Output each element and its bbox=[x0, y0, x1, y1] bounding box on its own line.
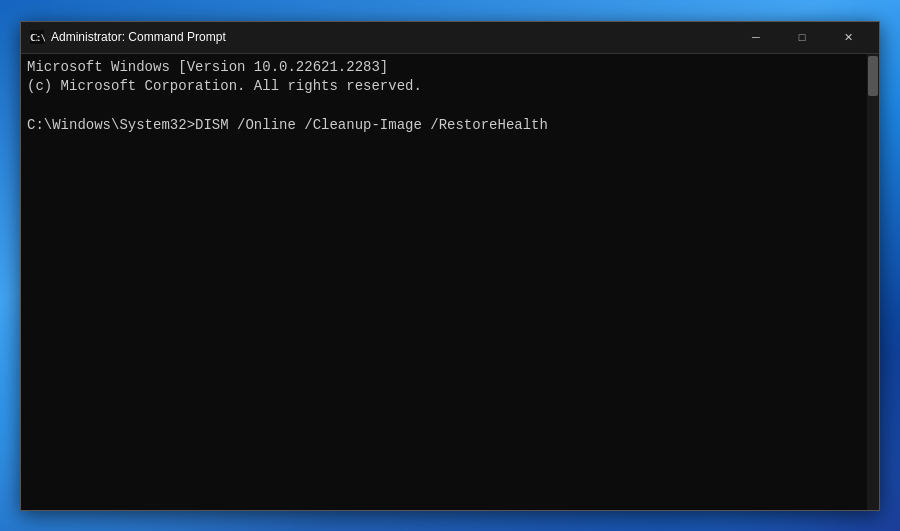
window-title: Administrator: Command Prompt bbox=[51, 30, 733, 44]
maximize-icon: □ bbox=[799, 32, 806, 43]
scrollbar[interactable] bbox=[867, 54, 879, 510]
terminal-line-3 bbox=[27, 97, 861, 117]
svg-text:C:\: C:\ bbox=[30, 33, 45, 43]
terminal-line-1: Microsoft Windows [Version 10.0.22621.22… bbox=[27, 58, 861, 78]
minimize-button[interactable]: ─ bbox=[733, 21, 779, 53]
cmd-window-icon: C: C:\ bbox=[29, 29, 45, 45]
minimize-icon: ─ bbox=[752, 32, 760, 43]
terminal-line-2: (c) Microsoft Corporation. All rights re… bbox=[27, 77, 861, 97]
terminal-wrapper: Microsoft Windows [Version 10.0.22621.22… bbox=[21, 54, 879, 510]
command-prompt-window: C: C:\ Administrator: Command Prompt ─ □… bbox=[20, 21, 880, 511]
scrollbar-thumb[interactable] bbox=[868, 56, 878, 96]
maximize-button[interactable]: □ bbox=[779, 21, 825, 53]
close-button[interactable]: ✕ bbox=[825, 21, 871, 53]
terminal-line-4: C:\Windows\System32>DISM /Online /Cleanu… bbox=[27, 116, 861, 136]
title-bar: C: C:\ Administrator: Command Prompt ─ □… bbox=[21, 22, 879, 54]
window-controls: ─ □ ✕ bbox=[733, 21, 871, 53]
terminal-body[interactable]: Microsoft Windows [Version 10.0.22621.22… bbox=[21, 54, 867, 510]
close-icon: ✕ bbox=[844, 32, 853, 43]
